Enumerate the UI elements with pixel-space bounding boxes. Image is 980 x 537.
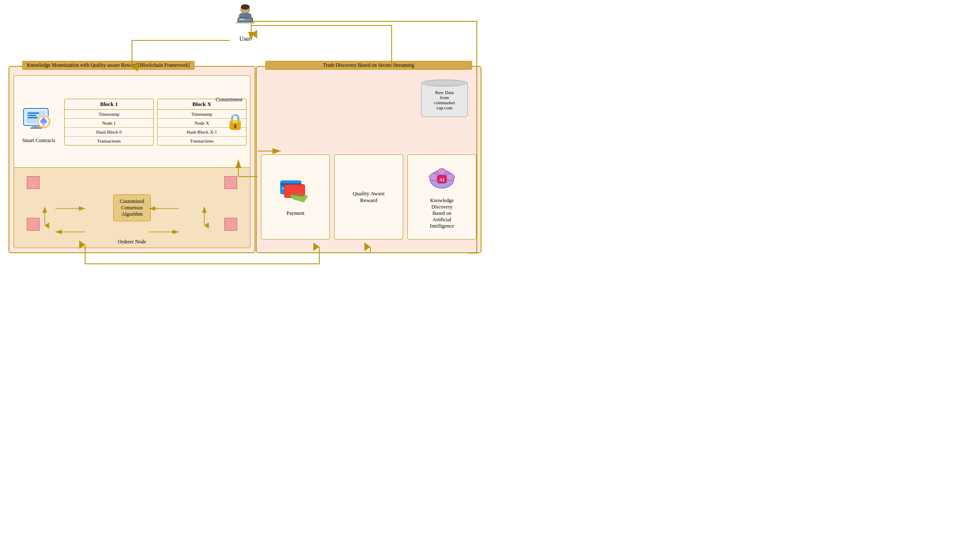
svg-point-39 — [429, 173, 438, 181]
block1-row-hash: Hash Block 0 — [65, 128, 153, 137]
smart-contract-icon — [22, 101, 56, 135]
cube-bottomright — [224, 218, 237, 231]
right-box-title: Truth Discovery Based on Secure Streamin… — [265, 61, 472, 70]
svg-rect-31 — [30, 127, 42, 129]
cylinder-top — [421, 80, 468, 86]
svg-rect-30 — [32, 125, 40, 127]
right-truth-box: Truth Discovery Based on Secure Streamin… — [256, 66, 481, 253]
payment-card: Payment — [261, 154, 330, 240]
left-box-title: Knowledge Monetization with Quality-awar… — [22, 61, 195, 70]
raw-data-section: Raw Datafromcoinmarketcap.com — [421, 80, 468, 117]
svg-rect-24 — [28, 114, 36, 116]
svg-text:AI: AI — [439, 177, 444, 182]
svg-rect-23 — [28, 112, 39, 114]
svg-point-37 — [303, 195, 308, 198]
block1-box: Block 1 Timestamp Node 1 Hash Block 0 Tr… — [64, 99, 154, 146]
cube-topright — [224, 176, 237, 189]
orderer-node-section: CustomizedConsensusAlgorithm Orderer Nod… — [14, 167, 250, 248]
quality-reward-label: Quality AwareReward — [353, 190, 385, 204]
svg-point-14 — [241, 4, 249, 10]
payment-label: Payment — [287, 210, 304, 217]
block1-row-tx: Transactions — [65, 137, 153, 145]
lock-icon: 🔒 — [226, 113, 245, 131]
user-label: User — [239, 36, 250, 43]
block1-row-timestamp: Timestamp — [65, 110, 153, 119]
svg-rect-18 — [238, 18, 252, 22]
cube-topleft — [27, 176, 40, 189]
consensus-label: CustomizedConsensusAlgorithm — [120, 198, 144, 217]
consensus-box: CustomizedConsensusAlgorithm — [113, 194, 150, 221]
svg-rect-19 — [239, 19, 244, 19]
cards-row: Payment Quality AwareReward AI Know — [261, 154, 476, 240]
svg-point-41 — [438, 168, 447, 175]
ai-brain-icon: AI — [427, 165, 457, 195]
user-icon — [230, 4, 260, 34]
block1-row-node: Node 1 — [65, 119, 153, 128]
user-section: User — [230, 4, 260, 43]
block1-title: Block 1 — [65, 99, 153, 110]
left-blockchain-box: Knowledge Monetization with Quality-awar… — [9, 66, 255, 253]
commitment-label: Commitment — [215, 97, 242, 103]
payment-icon — [278, 178, 312, 208]
svg-rect-25 — [28, 117, 37, 118]
orderer-label: Orderer Node — [118, 239, 146, 245]
ai-label: KnowledgeDiscoveryBased onArtificialInte… — [430, 197, 454, 229]
cylinder-body: Raw Datafromcoinmarketcap.com — [421, 83, 468, 117]
cube-bottomleft — [27, 218, 40, 231]
block-container: Block 1 Timestamp Node 1 Hash Block 0 Tr… — [64, 99, 246, 146]
diagram-container: User Knowledge Monetization with Quality… — [0, 0, 490, 268]
blockchain-inner: Smart Contracts Block 1 Timestamp Node 1… — [14, 75, 250, 169]
smart-contracts-label: Smart Contracts — [22, 137, 55, 144]
ai-card: AI KnowledgeDiscoveryBased onArtificialI… — [407, 154, 476, 240]
raw-data-label: Raw Datafromcoinmarketcap.com — [434, 90, 455, 110]
quality-reward-card: Quality AwareReward — [334, 154, 403, 240]
svg-point-40 — [446, 173, 455, 181]
blockx-row-tx: Transactions — [158, 137, 246, 145]
svg-rect-20 — [239, 20, 247, 20]
smart-contracts-section: Smart Contracts — [17, 101, 60, 144]
